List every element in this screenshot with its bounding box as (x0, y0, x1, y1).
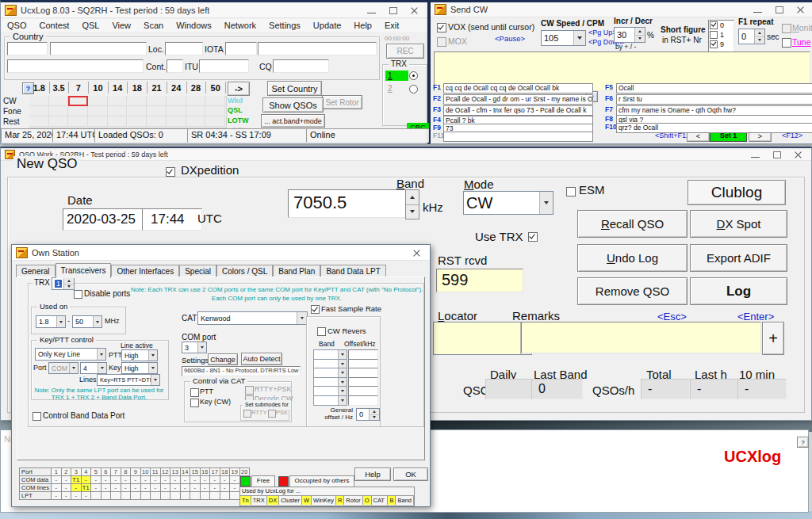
log-button[interactable]: Log (690, 277, 787, 305)
grid-cell-cw-3-5[interactable] (49, 96, 69, 106)
qso-work-titlebar[interactable]: QSO Work - SQ2RH - Test period : 59 days… (1, 148, 811, 161)
itu-field[interactable] (199, 59, 249, 73)
dx-spot-button[interactable]: DX Spot (690, 210, 787, 238)
grid-cell-cw-7[interactable] (68, 96, 88, 106)
mode-select[interactable]: CW (463, 191, 553, 215)
dropdown-arrow-icon[interactable] (338, 360, 347, 368)
pgup-link[interactable]: <Pg Up> (588, 29, 617, 36)
tune-checkbox[interactable] (782, 38, 791, 48)
band-column-14[interactable]: 14 (108, 82, 128, 93)
tab-band-data-lpt[interactable]: Band Data LPT (320, 265, 385, 277)
cw-speed-select[interactable]: 105 (541, 30, 586, 46)
esm-checkbox[interactable] (566, 187, 576, 197)
change-button[interactable]: Change (208, 353, 238, 365)
grid-cell-fone-1-8[interactable] (29, 106, 49, 116)
menu-item-scan[interactable]: Scan (137, 20, 170, 31)
trx-option-1[interactable]: 1 (385, 71, 408, 81)
time-field[interactable]: 17:44 (142, 208, 202, 231)
set-country-button[interactable]: Set Country (267, 81, 322, 96)
dropdown-arrow-icon[interactable] (197, 342, 206, 353)
menu-item-update[interactable]: Update (307, 20, 347, 31)
iota-field[interactable] (225, 42, 257, 55)
key-line-select[interactable]: High (121, 362, 158, 374)
country-name-field[interactable] (50, 42, 147, 55)
grid-cell-fone-10[interactable] (88, 106, 108, 116)
menu-item-help[interactable]: Help (347, 20, 378, 31)
grid-cell-fone-24[interactable] (167, 106, 186, 116)
com-port-select[interactable]: 3 (182, 342, 207, 353)
remarks-field[interactable] (521, 322, 761, 353)
menu-item-view[interactable]: View (105, 20, 137, 31)
menu-item-windows[interactable]: Windows (170, 20, 218, 31)
control-band-data-checkbox[interactable] (33, 412, 41, 421)
fkey-field-f3[interactable]: de Ocall - cfm - tnx fer qso 73 - Pcall … (443, 105, 593, 116)
background-help-button[interactable]: ? (797, 437, 809, 448)
set-rotor-button[interactable]: Set Rotor (322, 95, 362, 109)
act-band-mode-button[interactable]: ... act.band+mode (261, 114, 325, 128)
menu-item-contest[interactable]: Contest (33, 20, 75, 31)
tab-transceivers[interactable]: Transceivers (56, 263, 112, 278)
mox-checkbox[interactable] (437, 37, 446, 47)
frequency-up-button[interactable] (406, 190, 419, 205)
lines-select[interactable]: Key=RTS PTT=DTR (97, 374, 160, 386)
grid-cell-rest-3-5[interactable] (49, 116, 69, 127)
clublog-button[interactable]: Clublog (688, 180, 786, 205)
country-code-field[interactable] (7, 42, 48, 55)
trx-number-stepper[interactable]: 1 (52, 277, 75, 290)
grid-cell-cw-50[interactable] (205, 96, 225, 106)
band-column-10[interactable]: 10 (88, 82, 109, 93)
grid-cell-rest-28[interactable] (186, 116, 206, 127)
grid-cell-cw-14[interactable] (108, 96, 128, 106)
submode-psk-checkbox[interactable] (268, 410, 276, 418)
recall-qso-button[interactable]: Recall QSO (577, 210, 688, 238)
use-trx-checkbox[interactable] (528, 232, 538, 242)
dropdown-arrow-icon[interactable] (338, 368, 347, 377)
incr-decr-stepper[interactable]: 30 (614, 27, 645, 43)
dropdown-arrow-icon[interactable] (151, 375, 159, 385)
band-column-1-8[interactable]: 1.8 (29, 82, 50, 93)
locator-combo[interactable] (433, 322, 532, 355)
band-column-24[interactable]: 24 (167, 82, 187, 93)
cat-key-cw-checkbox[interactable] (190, 399, 199, 407)
used-on-to-select[interactable]: 50 (72, 315, 102, 328)
dropdown-arrow-icon[interactable] (93, 316, 102, 327)
dropdown-arrow-icon[interactable] (148, 363, 157, 373)
pause-link[interactable]: <Pause> (495, 34, 525, 43)
frequency-down-button[interactable] (406, 205, 419, 219)
grid-cell-fone-50[interactable] (205, 106, 225, 116)
tune-label[interactable]: Tune (792, 37, 811, 47)
port-type-select[interactable]: COM (48, 362, 79, 374)
minimize-icon[interactable] (366, 6, 377, 15)
loc-field[interactable] (165, 42, 203, 55)
maximize-icon[interactable] (771, 150, 783, 159)
trx-radio-2[interactable] (409, 85, 418, 93)
close-icon[interactable] (411, 248, 423, 258)
grid-cell-rest-24[interactable] (167, 116, 186, 127)
help-button[interactable]: Help (354, 467, 391, 481)
iota-name-field[interactable] (258, 42, 377, 55)
grid-cell-cw-21[interactable] (147, 96, 167, 106)
dropdown-arrow-icon[interactable] (97, 349, 105, 360)
tab-colors-qsl[interactable]: Colors / QSL (216, 265, 273, 277)
grid-cell-fone-28[interactable] (186, 106, 206, 116)
digit-checkbox-1[interactable] (710, 31, 718, 39)
ok-button[interactable]: OK (393, 467, 428, 481)
general-offset-stepper[interactable]: 0 (356, 408, 380, 421)
dropdown-arrow-icon[interactable] (539, 192, 553, 214)
spinner-arrows-icon[interactable] (63, 278, 74, 289)
menu-item-network[interactable]: Network (218, 20, 262, 31)
tab-special[interactable]: Special (179, 265, 216, 277)
close-icon[interactable] (408, 6, 420, 15)
short-figure-option-0[interactable]: 0 (709, 21, 733, 30)
f1-repeat-stepper[interactable]: 0 (738, 29, 765, 44)
send-cw-titlebar[interactable]: Send CW (431, 2, 812, 17)
menu-item-qsl[interactable]: QSL (75, 20, 105, 31)
grid-cell-rest-10[interactable] (88, 116, 108, 127)
band-offset-value-6[interactable] (348, 395, 378, 406)
rec-button[interactable]: REC (386, 44, 424, 59)
vox-checkbox[interactable] (437, 23, 446, 32)
frequency-field[interactable]: 7050.5 (288, 189, 410, 218)
digit-checkbox-0[interactable] (710, 21, 718, 29)
fast-sample-rate-checkbox[interactable] (311, 305, 320, 314)
menu-item-qso[interactable]: QSO (1, 20, 33, 31)
